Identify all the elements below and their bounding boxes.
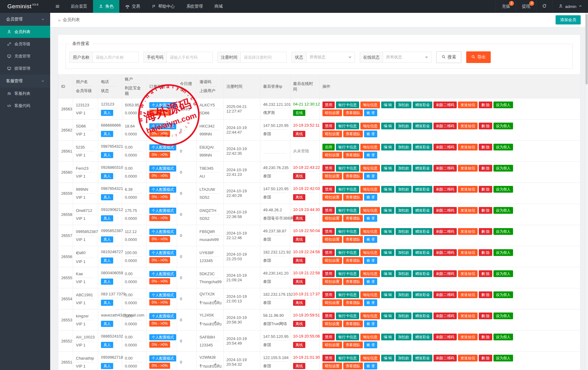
action-gift-bonus[interactable]: 赠送彩金 (413, 334, 432, 340)
sidebar-group-member-manage[interactable]: 会员管理 (0, 13, 50, 26)
action-disable[interactable]: 禁用 (322, 270, 335, 277)
action-add-deduct[interactable]: 加扣款 (396, 186, 411, 193)
refresh-button[interactable] (536, 0, 553, 13)
action-hidden-deduct[interactable]: 暗扣设置 (322, 363, 342, 369)
action-edit[interactable]: 编 辑 (381, 144, 394, 150)
action-bank-info[interactable]: 银行卡信息 (336, 207, 359, 214)
page-scrollbar[interactable] (585, 13, 588, 370)
action-account-change[interactable]: 账 变 (364, 194, 377, 201)
action-send-sms[interactable]: 发送短信 (458, 228, 478, 235)
action-send-sms[interactable]: 发送短信 (458, 291, 478, 298)
sidebar-item-withdraw-manage[interactable]: 提现管理 (0, 62, 50, 75)
action-delete[interactable]: 删 除 (479, 355, 492, 361)
action-refresh-qrcode[interactable]: 刷新二维码 (434, 249, 457, 256)
action-delete[interactable]: 删 除 (479, 334, 492, 340)
action-add-deduct[interactable]: 加扣款 (396, 207, 411, 214)
action-edit[interactable]: 编 辑 (381, 334, 394, 340)
action-view-team[interactable]: 查看团队 (343, 278, 363, 285)
action-view-team[interactable]: 查看团队 (343, 173, 363, 179)
action-set-fake[interactable]: 设为假人 (493, 270, 513, 277)
action-send-sms[interactable]: 发送短信 (458, 334, 478, 340)
sidebar-item-service-list[interactable]: 客服列表 (0, 87, 50, 100)
action-refresh-qrcode[interactable]: 刷新二维码 (434, 165, 457, 172)
action-refresh-qrcode[interactable]: 刷新二维码 (434, 270, 457, 277)
action-refresh-qrcode[interactable]: 刷新二维码 (434, 291, 457, 298)
action-send-sms[interactable]: 发送短信 (458, 102, 478, 108)
action-edit[interactable]: 编 辑 (381, 228, 394, 235)
nav-item-system[interactable]: 系统管理 (180, 0, 209, 13)
action-hidden-deduct[interactable]: 暗扣设置 (322, 236, 342, 243)
action-hidden-deduct[interactable]: 暗扣设置 (322, 194, 342, 201)
action-set-fake[interactable]: 设为假人 (493, 123, 513, 129)
action-hidden-deduct[interactable]: 暗扣设置 (322, 299, 342, 306)
action-add-deduct[interactable]: 加扣款 (396, 355, 411, 361)
add-member-button[interactable]: 添加会员 (556, 15, 581, 24)
action-edit[interactable]: 编 辑 (381, 207, 394, 214)
action-hidden-deduct[interactable]: 暗扣设置 (322, 152, 342, 158)
action-set-fake[interactable]: 设为假人 (493, 334, 513, 340)
action-address-info[interactable]: 地址信息 (360, 123, 380, 129)
nav-item-shop[interactable]: 商城 (209, 0, 229, 13)
action-address-info[interactable]: 地址信息 (360, 144, 380, 150)
action-gift-bonus[interactable]: 赠送彩金 (413, 313, 432, 319)
action-disable[interactable]: 禁用 (322, 355, 335, 361)
action-hidden-deduct[interactable]: 暗扣设置 (322, 342, 342, 348)
action-delete[interactable]: 删 除 (479, 207, 492, 214)
action-send-sms[interactable]: 发送短信 (458, 313, 478, 319)
action-account-change[interactable]: 账 变 (364, 131, 377, 137)
nav-item-help-center[interactable]: 帮助中心 (146, 0, 180, 13)
action-address-info[interactable]: 地址信息 (360, 102, 380, 108)
action-set-fake[interactable]: 设为假人 (493, 165, 513, 172)
action-disable[interactable]: 禁用 (322, 165, 335, 172)
action-view-team[interactable]: 查看团队 (343, 342, 363, 348)
action-set-fake[interactable]: 设为假人 (493, 313, 513, 319)
action-send-sms[interactable]: 发送短信 (458, 355, 478, 361)
sidebar-item-member-list[interactable]: 会员列表 (0, 26, 50, 38)
action-send-sms[interactable]: 发送短信 (458, 186, 478, 193)
action-view-team[interactable]: 查看团队 (343, 320, 363, 327)
action-bank-info[interactable]: 银行卡信息 (336, 144, 359, 150)
nav-recharge[interactable]: 充值 2 (496, 0, 516, 13)
action-enable[interactable]: 启用 (322, 144, 335, 150)
action-gift-bonus[interactable]: 赠送彩金 (413, 249, 432, 256)
action-address-info[interactable]: 地址信息 (360, 313, 380, 319)
action-send-sms[interactable]: 发送短信 (458, 144, 478, 150)
action-delete[interactable]: 删 除 (479, 186, 492, 193)
action-disable[interactable]: 禁用 (322, 313, 335, 319)
hamburger-icon[interactable] (50, 0, 65, 13)
action-address-info[interactable]: 地址信息 (360, 334, 380, 340)
action-refresh-qrcode[interactable]: 刷新二维码 (434, 123, 457, 129)
username-input[interactable] (93, 52, 139, 63)
action-bank-info[interactable]: 银行卡信息 (336, 102, 359, 108)
action-bank-info[interactable]: 银行卡信息 (336, 249, 359, 256)
nav-item-home[interactable]: 后台首页 (65, 0, 93, 13)
nav-item-role[interactable]: 角色 (93, 0, 119, 13)
action-edit[interactable]: 编 辑 (381, 123, 394, 129)
action-refresh-qrcode[interactable]: 刷新二维码 (434, 207, 457, 214)
action-delete[interactable]: 删 除 (479, 102, 492, 108)
reg-time-input[interactable] (241, 52, 287, 63)
phone-input[interactable] (167, 52, 213, 63)
action-add-deduct[interactable]: 加扣款 (396, 165, 411, 172)
export-button[interactable]: 导出 (466, 51, 491, 63)
action-account-change[interactable]: 账 变 (364, 152, 377, 158)
action-disable[interactable]: 禁用 (322, 186, 335, 193)
action-gift-bonus[interactable]: 赠送彩金 (413, 102, 432, 108)
action-delete[interactable]: 删 除 (479, 123, 492, 129)
action-view-team[interactable]: 查看团队 (343, 363, 363, 369)
action-account-change[interactable]: 账 变 (364, 236, 377, 243)
action-delete[interactable]: 删 除 (479, 291, 492, 298)
action-set-fake[interactable]: 设为假人 (493, 249, 513, 256)
action-send-sms[interactable]: 发送短信 (458, 249, 478, 256)
action-add-deduct[interactable]: 加扣款 (396, 249, 411, 256)
action-set-fake[interactable]: 设为假人 (493, 291, 513, 298)
action-view-team[interactable]: 查看团队 (343, 236, 363, 243)
action-address-info[interactable]: 地址信息 (360, 291, 380, 298)
action-set-fake[interactable]: 设为假人 (493, 102, 513, 108)
action-view-team[interactable]: 查看团队 (343, 131, 363, 137)
action-account-change[interactable]: 账 变 (364, 363, 377, 369)
action-refresh-qrcode[interactable]: 刷新二维码 (434, 355, 457, 361)
action-gift-bonus[interactable]: 赠送彩金 (413, 207, 432, 214)
action-add-deduct[interactable]: 加扣款 (396, 144, 411, 150)
action-add-deduct[interactable]: 加扣款 (396, 270, 411, 277)
